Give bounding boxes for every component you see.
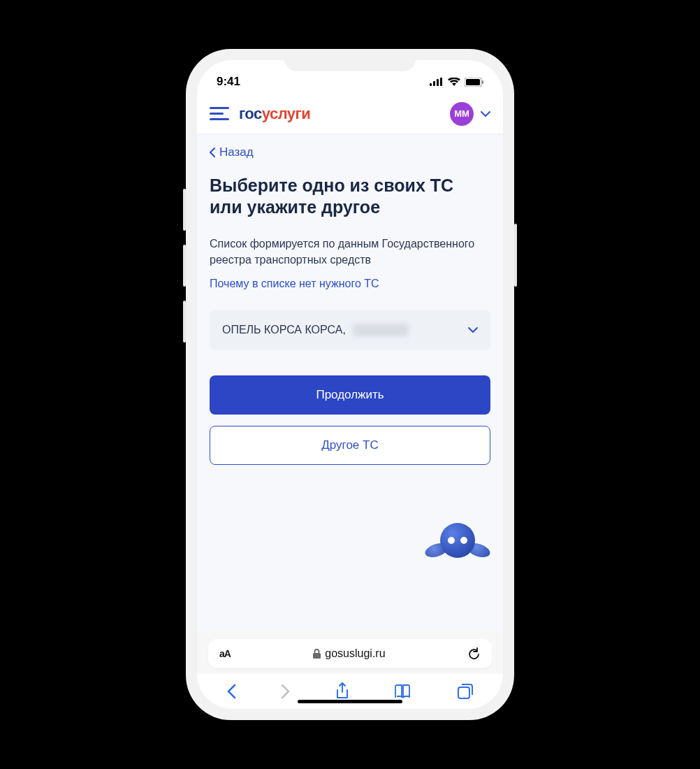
tabs-icon[interactable]	[457, 683, 474, 700]
page-title: Выберите одно из своих ТС или укажите др…	[210, 175, 490, 219]
svg-rect-2	[437, 79, 439, 86]
phone-notch	[284, 49, 416, 71]
svg-rect-0	[430, 83, 432, 86]
cellular-icon	[430, 78, 444, 86]
nav-forward-icon	[281, 684, 291, 699]
url-display: gosuslugi.ru	[313, 647, 385, 660]
address-bar[interactable]: аА gosuslugi.ru	[208, 639, 492, 668]
reload-icon[interactable]	[468, 647, 481, 661]
vehicle-select[interactable]: ОПЕЛЬ КОРСА КОРСА,	[210, 310, 490, 350]
menu-button[interactable]	[210, 107, 229, 120]
logo-part-1: гос	[239, 105, 262, 123]
svg-rect-1	[433, 81, 435, 86]
home-indicator[interactable]	[298, 700, 402, 703]
svg-rect-3	[440, 78, 442, 86]
lock-icon	[313, 649, 321, 659]
nav-back-icon[interactable]	[226, 684, 236, 699]
app-header: госуслуги ММ	[197, 94, 503, 134]
svg-rect-8	[458, 687, 469, 698]
chevron-down-icon	[468, 327, 478, 333]
phone-frame: 9:41 госуслуги ММ Назад	[186, 49, 514, 720]
redacted-text	[353, 324, 409, 336]
other-vehicle-button[interactable]: Другое ТС	[210, 426, 490, 465]
svg-rect-7	[313, 653, 321, 659]
chevron-down-icon[interactable]	[481, 111, 490, 117]
wifi-icon	[448, 78, 460, 86]
back-label: Назад	[219, 145, 254, 159]
browser-chrome: аА gosuslugi.ru	[197, 631, 503, 674]
text-size-button[interactable]: аА	[219, 648, 231, 659]
page-description: Список формируется по данным Государстве…	[210, 236, 490, 268]
continue-button[interactable]: Продолжить	[210, 375, 490, 415]
page-content: Назад Выберите одно из своих ТС или укаж…	[197, 134, 503, 631]
svg-rect-5	[466, 79, 480, 85]
svg-rect-6	[482, 80, 483, 84]
chevron-left-icon	[210, 148, 215, 157]
share-icon[interactable]	[335, 682, 349, 700]
phone-screen: 9:41 госуслуги ММ Назад	[197, 60, 503, 709]
back-link[interactable]: Назад	[210, 145, 490, 159]
assistant-face	[440, 523, 475, 558]
status-time: 9:41	[217, 75, 240, 89]
assistant-bot-button[interactable]	[428, 520, 488, 569]
bookmarks-icon[interactable]	[394, 684, 412, 699]
logo[interactable]: госуслуги	[239, 105, 310, 123]
status-indicators	[430, 78, 483, 87]
avatar[interactable]: ММ	[450, 102, 474, 126]
logo-part-2: услуги	[262, 105, 311, 123]
battery-icon	[465, 78, 483, 87]
help-link[interactable]: Почему в списке нет нужного ТС	[210, 278, 490, 290]
browser-toolbar	[197, 674, 503, 709]
vehicle-select-value: ОПЕЛЬ КОРСА КОРСА,	[222, 324, 346, 336]
